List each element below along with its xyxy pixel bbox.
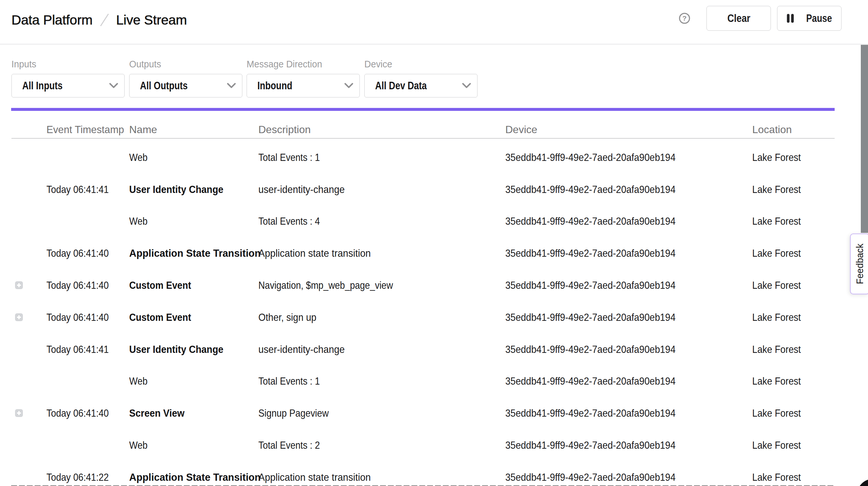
svg-text:?: ?: [683, 14, 687, 22]
